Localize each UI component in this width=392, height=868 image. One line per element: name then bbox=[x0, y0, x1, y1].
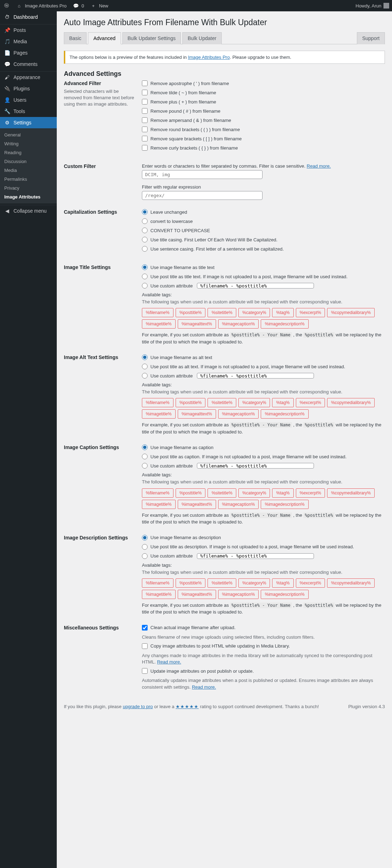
tag-button[interactable]: %category% bbox=[238, 488, 270, 498]
wp-logo[interactable]: ⓦ bbox=[3, 2, 10, 9]
misc-clean-checkbox[interactable] bbox=[142, 625, 148, 631]
tag-button[interactable]: %excerpt% bbox=[296, 578, 325, 588]
menu-media[interactable]: 🎵Media bbox=[0, 36, 57, 47]
site-link[interactable]: ⌂Image Attributes Pro bbox=[16, 3, 67, 9]
tag-button[interactable]: %imagealttext% bbox=[178, 409, 216, 419]
cap-radio-2[interactable] bbox=[142, 228, 148, 233]
tag-button[interactable]: %excerpt% bbox=[296, 488, 325, 498]
filter-checkbox-3[interactable] bbox=[142, 108, 148, 114]
tag-button[interactable]: %filename% bbox=[142, 488, 173, 498]
sect-2-custom-input[interactable] bbox=[197, 463, 314, 469]
sect-0-radio-filename[interactable] bbox=[142, 264, 148, 270]
sect-1-radio-custom[interactable] bbox=[142, 373, 148, 379]
new-link[interactable]: +New bbox=[90, 3, 108, 9]
cap-radio-4[interactable] bbox=[142, 246, 148, 252]
menu-settings[interactable]: ⚙Settings bbox=[0, 117, 57, 128]
cap-radio-3[interactable] bbox=[142, 237, 148, 242]
tag-button[interactable]: %filename% bbox=[142, 578, 173, 588]
notice-link[interactable]: Image Attributes Pro bbox=[188, 55, 230, 60]
filter-checkbox-6[interactable] bbox=[142, 136, 148, 141]
sect-0-custom-input[interactable] bbox=[197, 283, 314, 289]
filter-checkbox-7[interactable] bbox=[142, 145, 148, 151]
sect-0-radio-posttitle[interactable] bbox=[142, 274, 148, 279]
cap-radio-1[interactable] bbox=[142, 218, 148, 224]
tab-support[interactable]: Support bbox=[357, 32, 385, 44]
tag-button[interactable]: %copymedialibrary% bbox=[327, 578, 375, 588]
submenu-discussion[interactable]: Discussion bbox=[0, 157, 57, 166]
tag-button[interactable]: %copymedialibrary% bbox=[327, 488, 375, 498]
sect-1-radio-filename[interactable] bbox=[142, 354, 148, 360]
sect-0-radio-custom[interactable] bbox=[142, 283, 148, 289]
menu-appearance[interactable]: 🖌Appearance bbox=[0, 72, 57, 83]
misc-copy-checkbox[interactable] bbox=[142, 643, 148, 649]
filter-checkbox-4[interactable] bbox=[142, 117, 148, 123]
menu-users[interactable]: 👤Users bbox=[0, 94, 57, 106]
submenu-writing[interactable]: Writing bbox=[0, 139, 57, 148]
tag-button[interactable]: %imagetitle% bbox=[142, 500, 176, 509]
tag-button[interactable]: %posttitle% bbox=[176, 488, 206, 498]
sect-1-radio-posttitle[interactable] bbox=[142, 364, 148, 369]
sect-3-radio-filename[interactable] bbox=[142, 535, 148, 541]
tab-basic[interactable]: Basic bbox=[64, 32, 87, 44]
tag-button[interactable]: %imagetitle% bbox=[142, 590, 176, 599]
tab-advanced[interactable]: Advanced bbox=[88, 32, 121, 44]
tag-button[interactable]: %tag% bbox=[272, 308, 293, 317]
menu-dashboard[interactable]: ⏱Dashboard bbox=[0, 11, 57, 23]
tag-button[interactable]: %copymedialibrary% bbox=[327, 398, 375, 407]
tag-button[interactable]: %imagealttext% bbox=[178, 500, 216, 509]
tag-button[interactable]: %sitetitle% bbox=[208, 578, 236, 588]
tag-button[interactable]: %imagecaption% bbox=[218, 409, 259, 419]
tag-button[interactable]: %posttitle% bbox=[176, 308, 206, 317]
rating-link[interactable]: ★★★★★ bbox=[176, 704, 199, 709]
upgrade-link[interactable]: upgrade to pro bbox=[123, 704, 153, 709]
menu-pages[interactable]: 📄Pages bbox=[0, 47, 57, 58]
submenu-general[interactable]: General bbox=[0, 130, 57, 139]
comments-link[interactable]: 💬0 bbox=[72, 3, 84, 9]
custom-read-more[interactable]: Read more. bbox=[307, 163, 331, 169]
sect-3-radio-posttitle[interactable] bbox=[142, 544, 148, 550]
filter-checkbox-2[interactable] bbox=[142, 99, 148, 105]
tag-button[interactable]: %imagealttext% bbox=[178, 590, 216, 599]
filter-checkbox-0[interactable] bbox=[142, 80, 148, 86]
tag-button[interactable]: %sitetitle% bbox=[208, 488, 236, 498]
tag-button[interactable]: %imagecaption% bbox=[218, 500, 259, 509]
menu-comments[interactable]: 💬Comments bbox=[0, 58, 57, 70]
misc-update-checkbox[interactable] bbox=[142, 668, 148, 674]
cap-radio-0[interactable] bbox=[142, 209, 148, 215]
menu-plugins[interactable]: 🔌Plugins bbox=[0, 83, 57, 94]
tag-button[interactable]: %imagedescription% bbox=[261, 590, 308, 599]
tab-bulk-updater[interactable]: Bulk Updater bbox=[182, 32, 222, 44]
sect-2-radio-posttitle[interactable] bbox=[142, 454, 148, 459]
tag-button[interactable]: %excerpt% bbox=[296, 308, 325, 317]
sect-1-custom-input[interactable] bbox=[197, 373, 314, 379]
submenu-media[interactable]: Media bbox=[0, 166, 57, 175]
tag-button[interactable]: %sitetitle% bbox=[208, 308, 236, 317]
submenu-privacy[interactable]: Privacy bbox=[0, 184, 57, 192]
misc-read-more-1[interactable]: Read more. bbox=[157, 659, 181, 665]
sect-2-radio-custom[interactable] bbox=[142, 463, 148, 469]
tag-button[interactable]: %tag% bbox=[272, 398, 293, 407]
tag-button[interactable]: %posttitle% bbox=[176, 578, 206, 588]
tag-button[interactable]: %copymedialibrary% bbox=[327, 308, 375, 317]
tag-button[interactable]: %category% bbox=[238, 308, 270, 317]
tag-button[interactable]: %imagetitle% bbox=[142, 409, 176, 419]
tag-button[interactable]: %tag% bbox=[272, 488, 293, 498]
tag-button[interactable]: %imagecaption% bbox=[218, 590, 259, 599]
filter-checkbox-5[interactable] bbox=[142, 127, 148, 132]
sect-2-radio-filename[interactable] bbox=[142, 444, 148, 450]
tag-button[interactable]: %imagealttext% bbox=[178, 319, 216, 329]
misc-read-more-2[interactable]: Read more. bbox=[192, 684, 216, 690]
menu-posts[interactable]: 📌Posts bbox=[0, 24, 57, 36]
tag-button[interactable]: %imagedescription% bbox=[261, 409, 308, 419]
custom-filter-input[interactable] bbox=[142, 170, 263, 179]
submenu-permalinks[interactable]: Permalinks bbox=[0, 175, 57, 184]
tag-button[interactable]: %imagedescription% bbox=[261, 319, 308, 329]
tag-button[interactable]: %filename% bbox=[142, 398, 173, 407]
regex-filter-input[interactable] bbox=[142, 191, 263, 200]
menu-tools[interactable]: 🔧Tools bbox=[0, 106, 57, 117]
tag-button[interactable]: %imagedescription% bbox=[261, 500, 308, 509]
sect-3-radio-custom[interactable] bbox=[142, 553, 148, 559]
collapse-menu[interactable]: ◀Collapse menu bbox=[0, 205, 57, 217]
tag-button[interactable]: %category% bbox=[238, 398, 270, 407]
sect-3-custom-input[interactable] bbox=[197, 553, 314, 559]
